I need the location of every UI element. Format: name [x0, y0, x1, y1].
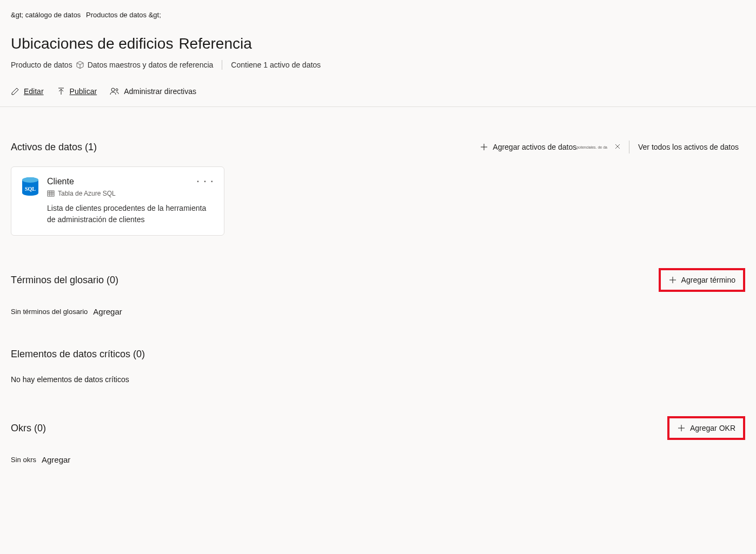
manage-policies-button[interactable]: Administrar directivas: [110, 85, 196, 98]
people-icon: [110, 87, 120, 96]
section-title-assets: Activos de datos (1): [11, 142, 97, 153]
highlight-add-term: Agregar término: [659, 268, 745, 292]
section-glossary: Términos del glosario (0) Agregar términ…: [11, 268, 745, 316]
section-data-assets: Activos de datos (1) Agregar activos de …: [11, 139, 745, 236]
svg-text:SQL: SQL: [25, 186, 36, 192]
asset-card-description: Lista de clientes procedentes de la herr…: [47, 203, 214, 225]
meta-product-type: Producto de datos Datos maestros y datos…: [11, 61, 213, 69]
page-title: Ubicaciones de edificios: [11, 35, 173, 52]
section-title-okrs: Okrs (0): [11, 423, 46, 434]
svg-point-0: [111, 88, 115, 91]
add-okr-button[interactable]: Agregar OKR: [671, 420, 742, 436]
edit-button[interactable]: Editar: [11, 85, 44, 98]
meta-divider: [222, 60, 222, 70]
meta-row: Producto de datos Datos maestros y datos…: [0, 60, 756, 70]
breadcrumb-products[interactable]: Productos de datos &gt;: [86, 11, 161, 19]
section-okrs: Okrs (0) Agregar OKR Sin okrs Agregar: [11, 416, 745, 464]
cube-icon: [76, 61, 84, 69]
asset-card-subtype: Tabla de Azure SQL: [58, 190, 116, 197]
add-data-assets-button[interactable]: Agregar activos de datos potenciales. de…: [473, 139, 627, 155]
plus-icon: [480, 143, 488, 151]
asset-card-title: Cliente: [47, 177, 214, 186]
add-glossary-term-button[interactable]: Agregar término: [662, 272, 742, 288]
page-title-row: Ubicaciones de edificios Referencia: [0, 35, 756, 52]
asset-card-more-button[interactable]: · · ·: [197, 177, 214, 186]
plus-icon: [677, 424, 686, 432]
publish-button[interactable]: Publicar: [57, 85, 97, 98]
okrs-empty-text: Sin okrs: [11, 456, 36, 464]
asset-card-cliente[interactable]: · · · SQL Cliente: [11, 166, 224, 236]
section-title-glossary: Términos del glosario (0): [11, 275, 118, 286]
meta-asset-count: Contiene 1 activo de datos: [231, 61, 321, 69]
plus-icon: [668, 276, 677, 284]
glossary-empty-text: Sin términos del glosario: [11, 308, 88, 316]
section-critical-data: Elementos de datos críticos (0) No hay e…: [11, 349, 745, 384]
svg-point-1: [116, 89, 118, 91]
page-title-tag: Referencia: [178, 35, 251, 52]
critical-empty-text: No hay elementos de datos críticos: [11, 375, 129, 384]
upload-arrow-icon: [57, 87, 65, 96]
highlight-add-okr: Agregar OKR: [667, 416, 745, 440]
svg-rect-5: [48, 191, 54, 196]
close-icon: [615, 143, 620, 151]
breadcrumb: &gt; catálogo de datos Productos de dato…: [0, 11, 756, 19]
azure-sql-icon: SQL: [21, 177, 39, 197]
svg-point-3: [22, 177, 38, 183]
section-title-critical: Elementos de datos críticos (0): [11, 349, 145, 360]
pencil-icon: [11, 87, 19, 96]
view-all-assets-button[interactable]: Ver todos los activos de datos: [632, 139, 745, 155]
glossary-add-link[interactable]: Agregar: [93, 307, 122, 316]
okrs-add-link[interactable]: Agregar: [42, 455, 70, 464]
breadcrumb-catalog[interactable]: &gt; catálogo de datos: [11, 11, 81, 19]
toolbar: Editar Publicar Administrar: [0, 85, 756, 107]
table-icon: [47, 190, 55, 197]
